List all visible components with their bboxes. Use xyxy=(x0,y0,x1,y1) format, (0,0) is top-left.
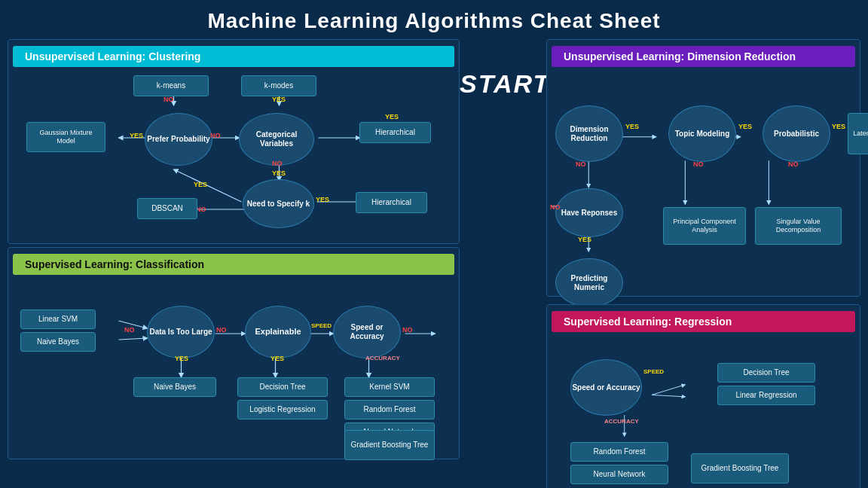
yes-label-5: YES xyxy=(194,181,207,188)
dimension-panel: Unsupervised Learning: Dimension Reducti… xyxy=(546,39,860,297)
regression-speed-accuracy-node: Speed or Accuracy xyxy=(570,359,642,416)
yes-label-6: YES xyxy=(316,196,329,203)
categorical-node: Categorical Variables xyxy=(239,113,314,166)
hierarchical1-node: Hierarchical xyxy=(359,122,431,143)
prefer-prob-node: Prefer Probability xyxy=(145,113,212,166)
no-label-c1: NO xyxy=(124,326,135,334)
classification-panel: Supervised Learning: Classification xyxy=(8,247,460,459)
svg-line-10 xyxy=(119,338,148,340)
dbscan-node: DBSCAN xyxy=(137,198,197,219)
accuracy-label-c: ACCURACY xyxy=(365,355,400,361)
yes-label-3: YES xyxy=(385,113,399,120)
yes-label-4: YES xyxy=(272,169,286,177)
no-label-c2: NO xyxy=(216,326,227,334)
decision-tree-node: Decision Tree xyxy=(237,377,328,397)
linear-reg-node: Linear Regression xyxy=(717,386,815,405)
clustering-header: Unsupervised Learning: Clustering xyxy=(13,46,454,67)
no-label-c3: NO xyxy=(402,326,413,334)
start-area: START xyxy=(460,39,546,99)
classification-header: Supervised Learning: Classification xyxy=(13,254,454,275)
yes-label-2: YES xyxy=(130,132,143,139)
clustering-panel: Unsupervised Learning: Clustering xyxy=(8,39,460,244)
naive-bayes1-node: Naive Bayes xyxy=(20,332,96,352)
dimension-header: Unsupervised Learning: Dimension Reducti… xyxy=(552,46,855,67)
linear-svm-node: Linear SVM xyxy=(20,310,96,329)
hierarchical2-node: Hierarchical xyxy=(356,192,427,213)
start-label: START xyxy=(460,69,546,99)
regression-gradient-boost-node: Gradient Boosting Tree xyxy=(691,453,789,483)
need-specify-node: Need to Specify k xyxy=(243,179,314,228)
left-panel: Unsupervised Learning: Clustering xyxy=(8,39,460,488)
svd-node: Singular Value Decomposition xyxy=(755,207,842,245)
no-label-1: NO xyxy=(164,96,174,103)
page-title: Machine Learning Algorithms Cheat Sheet xyxy=(0,0,868,39)
yes-label-d2: YES xyxy=(738,123,752,130)
classification-flow: Linear SVM Naive Bayes NO Data Is Too La… xyxy=(13,279,454,453)
speed-accuracy-node: Speed or Accuracy xyxy=(333,306,401,358)
right-panel: START Unsupervised Learning: Dimension R… xyxy=(460,39,860,488)
regression-neural-network-node: Neural Network xyxy=(570,465,668,484)
kmodes-node: k-modes xyxy=(241,75,316,96)
no-label-d1: NO xyxy=(576,160,586,168)
yes-label-1: YES xyxy=(272,96,286,103)
clustering-flow: k-means k-modes NO YES Prefer Probabilit… xyxy=(13,72,454,237)
page-container: Machine Learning Algorithms Cheat Sheet … xyxy=(0,0,868,488)
dimension-svg xyxy=(552,72,855,290)
yes-label-d4: YES xyxy=(578,236,591,243)
regression-panel: Supervised Learning: Regression xyxy=(546,304,860,488)
no-label-2: NO xyxy=(210,132,221,139)
kmeans-node: k-means xyxy=(133,75,209,96)
no-label-d3: NO xyxy=(788,160,799,168)
no-label-d2: NO xyxy=(693,160,704,168)
yes-label-d3: YES xyxy=(832,123,845,130)
explainable-node: Explainable xyxy=(245,306,311,358)
regression-random-forest-node: Random Forest xyxy=(570,442,668,462)
main-content: Unsupervised Learning: Clustering xyxy=(0,39,868,488)
topic-modeling-node: Topic Modeling xyxy=(668,105,736,162)
regression-decision-tree-node: Decision Tree xyxy=(717,363,815,383)
top-right: START Unsupervised Learning: Dimension R… xyxy=(460,39,860,301)
no-label-4: NO xyxy=(196,206,206,213)
have-responses-node: Have Reponses xyxy=(555,188,623,237)
naive-bayes2-node: Naive Bayes xyxy=(133,377,216,397)
no-label-3: NO xyxy=(272,160,283,167)
yes-label-c2: YES xyxy=(270,355,284,362)
yes-label-c1: YES xyxy=(175,355,188,362)
kernel-svm-node: Kernel SVM xyxy=(344,377,435,397)
svg-line-26 xyxy=(652,395,685,396)
speed-label-c: SPEED xyxy=(311,322,332,329)
random-forest-node: Random Forest xyxy=(344,400,435,419)
gradient-boost-node: Gradient Boosting Tree xyxy=(344,430,435,460)
predicting-numeric-node: Predicting Numeric xyxy=(555,258,623,307)
svg-line-25 xyxy=(652,385,685,395)
gaussian-node: Gaussian Mixture Model xyxy=(26,122,105,152)
regression-header: Supervised Learning: Regression xyxy=(552,311,855,332)
data-too-large-node: Data Is Too Large xyxy=(147,306,215,358)
svg-line-6 xyxy=(174,169,242,202)
speed-label-r: SPEED xyxy=(643,368,664,375)
regression-flow: Speed or Accuracy SPEED ACCURACY Decisio… xyxy=(552,337,855,487)
dimension-flow: Dimension Reduction YES NO Topic Modelin… xyxy=(552,72,855,290)
accuracy-label-r: ACCURACY xyxy=(604,418,639,425)
pca-node: Principal Component Analysis xyxy=(663,207,746,245)
dim-reduction-node: Dimension Reduction xyxy=(555,105,623,162)
no-label-d4: NO xyxy=(550,203,561,211)
logistic-reg-node: Logistic Regression xyxy=(237,400,328,419)
probabilistic-node: Probabilistic xyxy=(763,105,830,162)
latent-node: Latent Dirichlet Analysis xyxy=(848,113,868,154)
yes-label-d1: YES xyxy=(625,123,639,130)
